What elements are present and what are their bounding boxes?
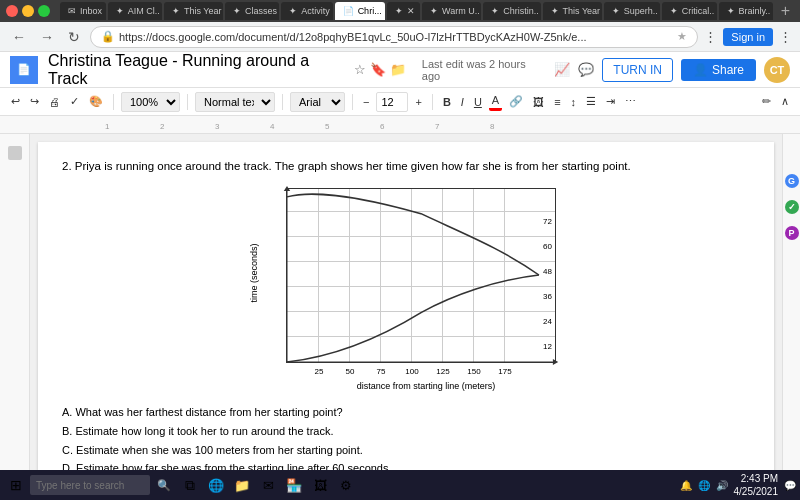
action-center-icon[interactable]: 💬	[784, 480, 796, 491]
reload-btn[interactable]: ↻	[64, 27, 84, 47]
tab-inbox[interactable]: ✉Inbox	[60, 2, 106, 20]
toolbar: ↩ ↪ 🖨 ✓ 🎨 100% Normal text Arial − + B I…	[0, 88, 800, 116]
tab-critical[interactable]: ✦Critical..	[662, 2, 717, 20]
doc-page: 2. Priya is running once around the trac…	[30, 134, 782, 500]
taskbar-store-icon[interactable]: 🏪	[282, 473, 306, 497]
activity-icon[interactable]: 📈	[554, 62, 570, 77]
link-btn[interactable]: 🔗	[506, 93, 526, 110]
doc-icon-text: 📄	[17, 63, 31, 76]
tab-superh[interactable]: ✦Superh..	[604, 2, 660, 20]
sep1	[113, 94, 114, 110]
tab-thisyear2[interactable]: ✦This Year	[543, 2, 602, 20]
sign-in-button[interactable]: Sign in	[723, 28, 773, 46]
taskbar-volume-icon[interactable]: 🔊	[716, 480, 728, 491]
tab-activity[interactable]: ✦Activity	[281, 2, 332, 20]
sidebar-right: G ✓ P +	[782, 134, 800, 500]
y-axis-label-container: time (seconds)	[246, 183, 262, 363]
back-btn[interactable]: ←	[8, 27, 30, 47]
x-label-150: 150	[467, 367, 480, 376]
edit-btn[interactable]: ✏	[759, 93, 774, 110]
chevron-up-btn[interactable]: ∧	[778, 93, 792, 110]
win-min-btn[interactable]	[22, 5, 34, 17]
linespacing-btn[interactable]: ↕	[568, 94, 580, 110]
x-label-25: 25	[315, 367, 324, 376]
x-label-75: 75	[377, 367, 386, 376]
header-right: 📈 💬 TURN IN 👤 Share CT	[554, 57, 790, 83]
sidebar-left-icon[interactable]	[8, 146, 22, 160]
turn-in-button[interactable]: TURN IN	[602, 58, 673, 82]
win-max-btn[interactable]	[38, 5, 50, 17]
forward-btn[interactable]: →	[36, 27, 58, 47]
zoom-select[interactable]: 100%	[121, 92, 180, 112]
undo-btn[interactable]: ↩	[8, 93, 23, 110]
share-button[interactable]: 👤 Share	[681, 59, 756, 81]
star-icon[interactable]: ☆	[354, 62, 366, 77]
taskbar-notification-icon[interactable]: 🔔	[680, 480, 692, 491]
tab-warmup[interactable]: ✦Warm U..	[422, 2, 481, 20]
taskbar-photos-icon[interactable]: 🖼	[308, 473, 332, 497]
paint-btn[interactable]: 🎨	[86, 93, 106, 110]
win-close-btn[interactable]	[6, 5, 18, 17]
align-btn[interactable]: ≡	[551, 94, 563, 110]
x-axis-label: distance from starting line (meters)	[286, 381, 566, 391]
extensions-btn[interactable]: ⋮	[704, 29, 717, 44]
sidebar-right-tool1[interactable]: G	[785, 174, 799, 188]
taskbar-cortana-icon[interactable]: 🔍	[152, 473, 176, 497]
x-label-175: 175	[498, 367, 511, 376]
taskbar-network-icon[interactable]: 🌐	[698, 480, 710, 491]
doc-title-area: Christina Teague - Running around a Trac…	[48, 52, 544, 88]
bold-btn[interactable]: B	[440, 94, 454, 110]
tab-classes[interactable]: ✦Classes	[225, 2, 279, 20]
taskbar-windows-icon[interactable]: ⊞	[4, 473, 28, 497]
underline-btn[interactable]: U	[471, 94, 485, 110]
print-btn[interactable]: 🖨	[46, 94, 63, 110]
x-label-125: 125	[436, 367, 449, 376]
ruler-1: 1	[105, 122, 109, 131]
folder-icon[interactable]: 📁	[390, 62, 406, 77]
taskbar-taskview-icon[interactable]: ⧉	[178, 473, 202, 497]
share-label: Share	[712, 63, 744, 77]
tab-doc-active[interactable]: 📄Chri...	[335, 2, 385, 20]
font-color-btn[interactable]: A	[489, 92, 502, 111]
font-size-dec-btn[interactable]: −	[360, 94, 372, 110]
ruler: 1 2 3 4 5 6 7 8	[0, 116, 800, 134]
doc-header: 📄 Christina Teague - Running around a Tr…	[0, 52, 800, 88]
taskbar-settings-icon[interactable]: ⚙	[334, 473, 358, 497]
menu-btn[interactable]: ⋮	[779, 29, 792, 44]
italic-btn[interactable]: I	[458, 94, 467, 110]
y-axis-label: time (seconds)	[249, 244, 259, 303]
tab-christin[interactable]: ✦Christin..	[483, 2, 540, 20]
font-size-inc-btn[interactable]: +	[412, 94, 424, 110]
indent-btn[interactable]: ⇥	[603, 93, 618, 110]
redo-btn[interactable]: ↪	[27, 93, 42, 110]
font-size-input[interactable]	[376, 92, 408, 112]
clock-date: 4/25/2021	[734, 485, 779, 498]
taskbar-search-input[interactable]	[30, 475, 150, 495]
taskbar-mail-icon[interactable]: ✉	[256, 473, 280, 497]
taskbar-file-icon[interactable]: 📁	[230, 473, 254, 497]
tab-thisyear1[interactable]: ✦This Year	[164, 2, 223, 20]
style-select[interactable]: Normal text	[195, 92, 275, 112]
tab-x[interactable]: ✦✕	[387, 2, 420, 20]
spell-btn[interactable]: ✓	[67, 93, 82, 110]
sidebar-right-tool3[interactable]: P	[785, 226, 799, 240]
taskbar-edge-icon[interactable]: 🌐	[204, 473, 228, 497]
address-bar[interactable]: 🔒 https://docs.google.com/document/d/12o…	[90, 26, 698, 48]
avatar[interactable]: CT	[764, 57, 790, 83]
font-select[interactable]: Arial	[290, 92, 345, 112]
list-btn[interactable]: ☰	[583, 93, 599, 110]
answer-c: C. Estimate when she was 100 meters from…	[62, 441, 750, 460]
browser-tabs: ✉Inbox ✦AIM Cl.. ✦This Year ✦Classes ✦Ac…	[60, 2, 773, 20]
tab-aim[interactable]: ✦AIM Cl..	[108, 2, 162, 20]
ruler-2: 2	[160, 122, 164, 131]
x-label-100: 100	[405, 367, 418, 376]
ruler-8: 8	[490, 122, 494, 131]
bookmark-icon[interactable]: 🔖	[370, 62, 386, 77]
sidebar-right-tool2[interactable]: ✓	[785, 200, 799, 214]
tab-brainly[interactable]: ✦Brainly..	[719, 2, 773, 20]
comment-icon[interactable]: 💬	[578, 62, 594, 77]
more-btn[interactable]: ⋯	[622, 93, 639, 110]
url-text: https://docs.google.com/document/d/12o8p…	[119, 31, 673, 43]
image-btn[interactable]: 🖼	[530, 94, 547, 110]
new-tab-btn[interactable]: +	[777, 0, 794, 22]
